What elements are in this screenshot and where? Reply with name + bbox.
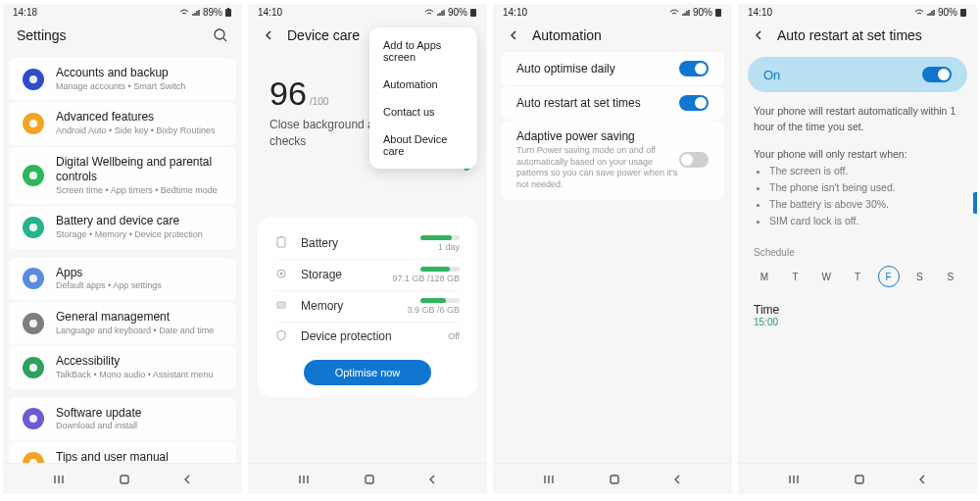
- info-text-1: Your phone will restart automatically wi…: [738, 98, 977, 141]
- on-banner[interactable]: On: [748, 57, 967, 92]
- svg-rect-14: [470, 9, 476, 17]
- svg-rect-0: [225, 9, 231, 17]
- menu-item[interactable]: About Device care: [369, 125, 477, 165]
- header: Automation: [493, 20, 732, 51]
- back-button[interactable]: [670, 473, 684, 486]
- home-button[interactable]: [363, 473, 376, 486]
- svg-point-4: [29, 120, 37, 127]
- settings-item-icon: [23, 165, 44, 186]
- toggle[interactable]: [679, 152, 709, 168]
- settings-row[interactable]: Accessibility TalkBack • Mono audio • As…: [9, 346, 236, 389]
- optimise-button[interactable]: Optimise now: [304, 360, 432, 385]
- day-button[interactable]: S: [908, 266, 930, 287]
- status-time: 14:10: [258, 7, 282, 18]
- svg-point-5: [29, 172, 37, 179]
- toggle[interactable]: [679, 95, 709, 111]
- svg-rect-19: [277, 302, 285, 308]
- svg-rect-24: [856, 476, 863, 483]
- status-icons: 90%: [914, 7, 967, 18]
- scroll-indicator: [973, 192, 977, 214]
- svg-point-3: [29, 75, 37, 83]
- settings-row[interactable]: Accounts and backup Manage accounts • Sm…: [9, 58, 236, 101]
- settings-item-text: Software update Download and install: [56, 406, 141, 432]
- day-button[interactable]: W: [815, 266, 837, 287]
- settings-row[interactable]: Digital Wellbeing and parental controls …: [9, 147, 236, 206]
- device-care-row[interactable]: Memory 3.9 GB /6 GB: [275, 290, 460, 322]
- recents-button[interactable]: [787, 473, 805, 486]
- statusbar: 14:10 90%: [738, 4, 977, 20]
- settings-item-icon: [23, 357, 44, 378]
- settings-row[interactable]: Software update Download and install: [9, 398, 236, 441]
- search-icon[interactable]: [213, 27, 228, 43]
- master-toggle[interactable]: [922, 67, 952, 82]
- svg-rect-20: [366, 476, 373, 483]
- back-button[interactable]: [180, 473, 194, 486]
- menu-item[interactable]: Contact us: [369, 98, 477, 125]
- svg-point-8: [29, 320, 37, 327]
- settings-row[interactable]: Apps Default apps • App settings: [9, 258, 236, 301]
- back-button[interactable]: [915, 473, 929, 486]
- back-icon[interactable]: [262, 28, 275, 42]
- automation-row[interactable]: Adaptive power saving Turn Power saving …: [501, 121, 724, 200]
- svg-point-9: [29, 364, 37, 372]
- back-icon[interactable]: [507, 28, 520, 42]
- home-button[interactable]: [118, 473, 131, 486]
- back-icon[interactable]: [752, 28, 765, 42]
- status-time: 14:10: [748, 7, 772, 18]
- status-icons: 90%: [424, 7, 477, 18]
- info-text-2: Your phone will only restart when: The s…: [738, 141, 977, 236]
- recents-button[interactable]: [52, 473, 70, 486]
- on-label: On: [763, 68, 922, 82]
- automation-row[interactable]: Auto restart at set times: [501, 86, 724, 120]
- wifi-icon: [179, 8, 189, 18]
- device-care-row[interactable]: Device protection Off: [275, 322, 460, 350]
- schedule-label: Schedule: [738, 235, 977, 262]
- back-button[interactable]: [425, 473, 439, 486]
- svg-point-6: [29, 224, 37, 231]
- menu-item[interactable]: Add to Apps screen: [369, 31, 477, 71]
- svg-point-2: [215, 29, 224, 39]
- settings-row[interactable]: Advanced features Android Auto • Side ke…: [9, 102, 236, 145]
- device-care-row[interactable]: Battery 1 day: [275, 228, 460, 259]
- automation-list: Auto optimise daily Auto restart at set …: [493, 52, 732, 200]
- svg-rect-22: [611, 476, 618, 483]
- progress-bar: [420, 235, 460, 240]
- row-icon: [275, 299, 289, 313]
- page-title: Auto restart at set times: [777, 27, 963, 43]
- auto-restart-screen: 14:10 90% Auto restart at set times On Y…: [738, 4, 977, 494]
- time-block[interactable]: Time 15:00: [738, 297, 977, 333]
- toggle[interactable]: [679, 61, 709, 76]
- statusbar: 14:18 89%: [3, 4, 242, 20]
- day-button[interactable]: S: [940, 266, 961, 287]
- settings-item-icon: [23, 313, 44, 334]
- wifi-icon: [424, 8, 434, 18]
- menu-item[interactable]: Automation: [369, 71, 477, 98]
- device-care-screen: 14:10 90% Device care 96 /100 Close back…: [248, 4, 487, 494]
- info-bullet: The phone isn't being used.: [769, 180, 961, 196]
- recents-button[interactable]: [542, 473, 560, 486]
- header: Settings: [3, 20, 242, 51]
- battery-icon: [714, 8, 722, 18]
- automation-row[interactable]: Auto optimise daily: [501, 52, 724, 85]
- settings-row[interactable]: General management Language and keyboard…: [9, 302, 236, 345]
- settings-item-text: Digital Wellbeing and parental controls …: [56, 155, 222, 197]
- status-icons: 89%: [179, 7, 232, 18]
- statusbar: 14:10 90%: [493, 4, 732, 20]
- day-button[interactable]: T: [785, 266, 807, 287]
- settings-item-icon: [23, 113, 44, 134]
- svg-rect-15: [277, 237, 285, 247]
- settings-item-text: Accessibility TalkBack • Mono audio • As…: [56, 354, 213, 380]
- home-button[interactable]: [853, 473, 866, 486]
- device-care-row[interactable]: Storage 97.1 GB /128 GB: [275, 259, 460, 290]
- status-time: 14:18: [13, 7, 37, 18]
- day-button[interactable]: F: [878, 266, 900, 287]
- status-time: 14:10: [503, 7, 527, 18]
- home-button[interactable]: [608, 473, 621, 486]
- day-button[interactable]: M: [754, 266, 775, 287]
- settings-row[interactable]: Battery and device care Storage • Memory…: [9, 206, 236, 249]
- row-value: 1 day: [420, 235, 460, 252]
- settings-item-text: Apps Default apps • App settings: [56, 266, 162, 292]
- day-button[interactable]: T: [847, 266, 868, 287]
- info-bullet: The screen is off.: [769, 164, 961, 179]
- recents-button[interactable]: [297, 473, 315, 486]
